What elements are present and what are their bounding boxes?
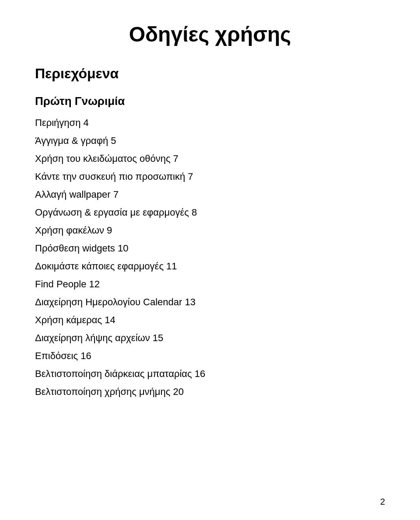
toc-item: Οργάνωση & εργασία με εφαρμογές 8 [35, 205, 385, 220]
toc-item: Δοκιμάστε κάποιες εφαρμογές 11 [35, 259, 385, 273]
toc-item: Χρήση φακέλων 9 [35, 223, 385, 237]
toc-item: Διαχείρηση λήψης αρχείων 15 [35, 331, 385, 345]
toc-item: Κάντε την συσκευή πιο προσωπική 7 [35, 169, 385, 184]
toc-item: Βελτιστοποίηση διάρκειας μπαταρίας 16 [35, 366, 385, 381]
toc-item: Χρήση κάμερας 14 [35, 313, 385, 327]
toc-item: Βελτιστοποίηση χρήσης μνήμης 20 [35, 384, 385, 399]
toc-item: Χρήση του κλειδώματος οθόνης 7 [35, 151, 385, 166]
page-number: 2 [380, 497, 385, 507]
main-title: Οδηγίες χρήσης [35, 22, 385, 47]
toc-item: Πρόσθεση widgets 10 [35, 241, 385, 255]
toc-item: Περιήγηση 4 [35, 115, 385, 130]
toc-item: Διαχείρηση Ημερολογίου Calendar 13 [35, 295, 385, 309]
section-heading: Περιεχόμενα [35, 65, 385, 83]
toc-item: Επιδόσεις 16 [35, 349, 385, 363]
toc-list: Περιήγηση 4Άγγιγμα & γραφή 5Χρήση του κλ… [35, 115, 385, 399]
content-area: Περιεχόμενα Πρώτη Γνωριμία Περιήγηση 4Άγ… [35, 65, 385, 399]
toc-item: Άγγιγμα & γραφή 5 [35, 133, 385, 148]
toc-item: Αλλαγή wallpaper 7 [35, 187, 385, 202]
page-container: Οδηγίες χρήσης Περιεχόμενα Πρώτη Γνωριμί… [0, 0, 420, 520]
toc-item: Find People 12 [35, 277, 385, 291]
sub-heading: Πρώτη Γνωριμία [35, 93, 385, 109]
